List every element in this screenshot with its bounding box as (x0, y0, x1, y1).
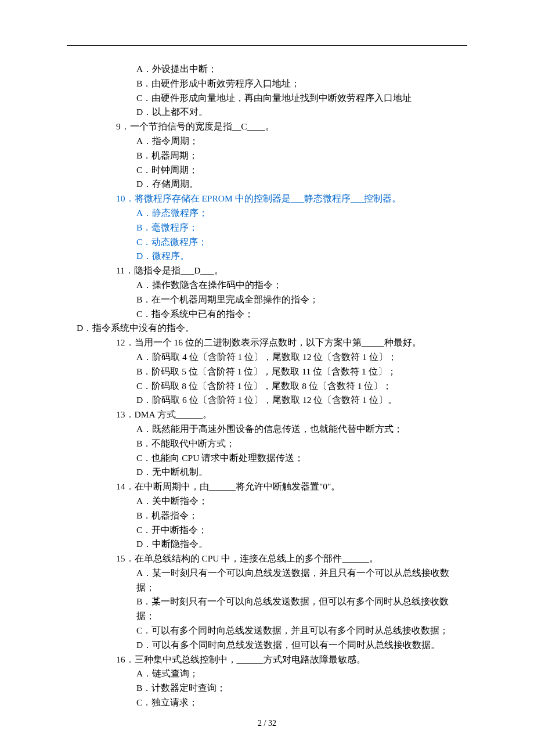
text-line: 15．在单总线结构的 CPU 中，连接在总线上的多个部件______。 (67, 552, 467, 566)
text-line: B．计数器定时查询； (67, 681, 467, 696)
page-number: 2 / 32 (0, 717, 534, 730)
text-line: A．操作数隐含在操作码中的指令； (67, 278, 467, 293)
text-line: D．无中断机制。 (67, 465, 467, 480)
text-line: C．独立请求； (67, 696, 467, 710)
text-line: 13．DMA 方式______。 (67, 408, 467, 422)
text-line: 9．一个节拍信号的宽度是指__C____。 (67, 120, 467, 134)
text-line: B．在一个机器周期里完成全部操作的指令； (67, 293, 467, 307)
text-line: B．机器周期； (67, 149, 467, 163)
header-divider (67, 45, 467, 46)
text-line: 10．将微程序存储在 EPROM 中的控制器是___静态微程序___控制器。 (67, 192, 467, 206)
text-line: B．由硬件形成中断效劳程序入口地址； (67, 77, 467, 91)
text-line: D．阶码取 6 位〔含阶符 1 位〕，尾数取 12 位〔含数符 1 位〕。 (67, 393, 467, 408)
text-line: D．以上都不对。 (67, 105, 467, 120)
text-line: A．某一时刻只有一个可以向总线发送数据，并且只有一个可以从总线接收数据； (67, 566, 467, 595)
text-line: B．阶码取 5 位〔含阶符 1 位〕，尾数取 11 位〔含数符 1 位〕； (67, 365, 467, 379)
text-line: 11．隐指令是指___D___。 (67, 264, 467, 278)
text-line: B．某一时刻只有一个可以向总线发送数据，但可以有多个同时从总线接收数据； (67, 595, 467, 624)
text-line: D．指令系统中没有的指令。 (67, 321, 467, 336)
text-line: A．外设提出中断； (67, 62, 467, 77)
text-line: A．链式查询； (67, 667, 467, 681)
text-line: C．指令系统中已有的指令； (67, 307, 467, 322)
text-line: C．动态微程序； (67, 235, 467, 250)
text-line: 14．在中断周期中，由______将允许中断触发器置"0"。 (67, 480, 467, 494)
text-line: A．既然能用于高速外围设备的信息传送，也就能代替中断方式； (67, 422, 467, 437)
text-line: B．毫微程序； (67, 221, 467, 235)
text-line: C．也能向 CPU 请求中断处理数据传送； (67, 451, 467, 466)
text-line: B．机器指令； (67, 509, 467, 523)
text-line: 16．三种集中式总线控制中，______方式对电路故障最敏感。 (67, 653, 467, 667)
text-line: D．中断隐指令。 (67, 537, 467, 552)
text-line: B．不能取代中断方式； (67, 437, 467, 451)
document-content: A．外设提出中断；B．由硬件形成中断效劳程序入口地址；C．由硬件形成向量地址，再… (67, 62, 467, 710)
text-line: C．可以有多个同时向总线发送数据，并且可以有多个同时从总线接收数据； (67, 624, 467, 638)
text-line: D．可以有多个同时向总线发送数据，但可以有一个同时从总线接收数据。 (67, 638, 467, 653)
text-line: A．阶码取 4 位〔含阶符 1 位〕，尾数取 12 位〔含数符 1 位〕； (67, 350, 467, 365)
text-line: A．指令周期； (67, 134, 467, 149)
text-line: D．微程序。 (67, 249, 467, 264)
text-line: C．开中断指令； (67, 523, 467, 538)
text-line: D．存储周期。 (67, 177, 467, 192)
text-line: C．时钟周期； (67, 163, 467, 178)
text-line: C．阶码取 8 位〔含阶符 1 位〕，尾数取 8 位〔含数符 1 位〕； (67, 379, 467, 394)
text-line: A．关中断指令； (67, 494, 467, 509)
text-line: 12．当用一个 16 位的二进制数表示浮点数时，以下方案中第_____种最好。 (67, 336, 467, 350)
document-page: A．外设提出中断；B．由硬件形成中断效劳程序入口地址；C．由硬件形成向量地址，再… (0, 0, 534, 756)
text-line: A．静态微程序； (67, 206, 467, 221)
text-line: C．由硬件形成向量地址，再由向量地址找到中断效劳程序入口地址 (67, 91, 467, 106)
